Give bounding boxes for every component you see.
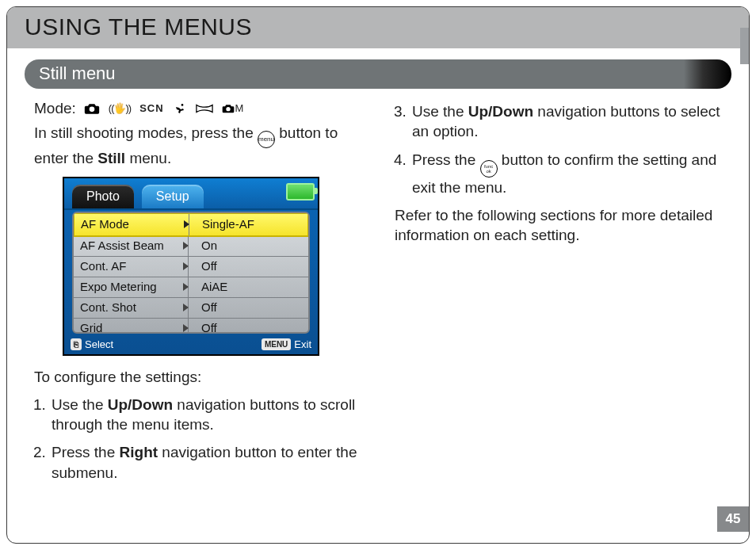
step-4: Press the func ok button to confirm the … <box>410 150 727 197</box>
caret-right-icon <box>183 324 189 332</box>
footer-select: ⎘ Select <box>71 338 113 351</box>
lcd-screen: Photo Setup AF Mode Single-AF AF Assist … <box>63 177 319 356</box>
caret-right-icon <box>183 262 189 270</box>
lcd-footer: ⎘ Select MENU Exit <box>64 335 318 354</box>
content-columns: Mode: ((🖐)) SCN M <box>7 95 749 491</box>
caret-right-icon <box>183 242 189 250</box>
lcd-screenshot: Photo Setup AF Mode Single-AF AF Assist … <box>63 177 366 356</box>
tab-setup: Setup <box>142 185 204 208</box>
camera-icon <box>84 102 100 115</box>
section-header: Still menu <box>25 59 731 89</box>
chapter-title: USING THE MENUS <box>25 13 731 40</box>
func-ok-button-icon: func ok <box>480 160 498 178</box>
menu-row: Cont. AF Off <box>74 257 308 277</box>
step-3: Use the Up/Down navigation buttons to se… <box>410 101 727 142</box>
mode-row: Mode: ((🖐)) SCN M <box>34 98 366 118</box>
steps-list-left: Use the Up/Down navigation buttons to sc… <box>34 395 366 483</box>
mode-label: Mode: <box>34 98 76 118</box>
refer-text: Refer to the following sections for more… <box>395 205 727 246</box>
intro-text: In still shooting modes, press the menu … <box>34 123 366 168</box>
section-title: Still menu <box>25 59 684 89</box>
footer-exit: MENU Exit <box>262 338 311 351</box>
left-column: Mode: ((🖐)) SCN M <box>34 98 366 491</box>
page-number: 45 <box>717 506 749 532</box>
battery-icon <box>286 183 315 201</box>
menu-row: Cont. Shot Off <box>74 298 308 319</box>
menu-row: AF Assist Beam On <box>74 236 308 257</box>
sport-mode-icon <box>173 102 187 115</box>
caret-right-icon <box>183 283 189 291</box>
steps-list-right: Use the Up/Down navigation buttons to se… <box>395 101 727 197</box>
lcd-tabs: Photo Setup <box>64 178 318 210</box>
caret-right-icon <box>184 220 189 228</box>
menu-button-icon: menu <box>258 131 275 148</box>
thumb-index-tab <box>740 28 749 64</box>
configure-heading: To configure the settings: <box>34 367 366 387</box>
caret-right-icon <box>183 304 189 311</box>
menu-row-selected: AF Mode Single-AF <box>73 212 309 237</box>
panorama-icon <box>196 102 213 115</box>
section-tail <box>684 59 731 89</box>
tab-photo: Photo <box>72 185 134 208</box>
nav-pad-icon: ⎘ <box>71 338 82 350</box>
manual-mode-icon: M <box>222 102 244 115</box>
step-1: Use the Up/Down navigation buttons to sc… <box>50 395 366 435</box>
step-2: Press the Right navigation button to ent… <box>50 442 366 483</box>
mode-icons: ((🖐)) SCN M <box>84 102 244 115</box>
scene-mode-icon: SCN <box>139 102 163 115</box>
right-column: Use the Up/Down navigation buttons to se… <box>395 98 727 491</box>
manual-page: USING THE MENUS Still menu Mode: ((🖐)) S… <box>6 6 750 544</box>
chapter-header-bar: USING THE MENUS <box>7 7 749 48</box>
anti-shake-icon: ((🖐)) <box>109 102 131 115</box>
menu-row: Grid Off <box>74 319 308 334</box>
menu-row: Expo Metering AiAE <box>74 277 308 298</box>
menu-list: AF Mode Single-AF AF Assist Beam On Cont… <box>72 212 310 334</box>
menu-badge-icon: MENU <box>262 338 291 350</box>
